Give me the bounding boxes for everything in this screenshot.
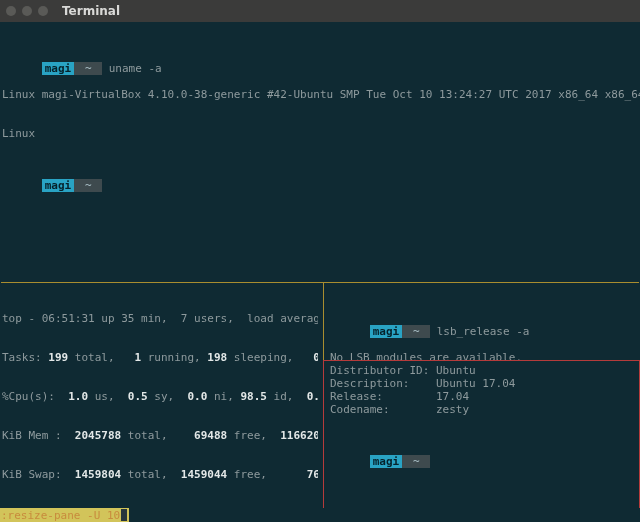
top-tasks: Tasks: 199 total, 1 running, 198 sleepin… [2, 351, 318, 364]
window-title: Terminal [62, 4, 120, 18]
tmux-command-text: :resize-pane -U 10 [1, 509, 120, 522]
terminal-area[interactable]: magi ~ uname -a Linux magi-VirtualBox 4.… [0, 22, 640, 522]
lsb-command: lsb_release -a [437, 325, 530, 338]
prompt-user-br: magi [370, 325, 403, 338]
prompt-sep-2: ~ [74, 179, 102, 192]
window-close-icon[interactable] [6, 6, 16, 16]
uname-output-1: Linux magi-VirtualBox 4.10.0-38-generic … [2, 88, 638, 101]
lsb-line: No LSB modules are available. [330, 351, 638, 364]
pane-top[interactable]: magi ~ uname -a Linux magi-VirtualBox 4.… [2, 23, 638, 281]
prompt-user-br2: magi [370, 455, 403, 468]
lsb-output: No LSB modules are available.Distributor… [330, 351, 638, 416]
pane-bottom-left[interactable]: top - 06:51:31 up 35 min, 7 users, load … [2, 286, 318, 508]
top-swap: KiB Swap: 1459804 total, 1459044 free, 7… [2, 468, 318, 481]
window-titlebar: Terminal [0, 0, 640, 22]
window-min-icon[interactable] [22, 6, 32, 16]
prompt-sep: ~ [74, 62, 102, 75]
top-mem: KiB Mem : 2045788 total, 69488 free, 116… [2, 429, 318, 442]
pane-bottom-right[interactable]: magi ~ lsb_release -a No LSB modules are… [330, 286, 638, 508]
top-cpu: %Cpu(s): 1.0 us, 0.5 sy, 0.0 ni, 98.5 id… [2, 390, 318, 403]
top-uptime: top - 06:51:31 up 35 min, 7 users, load … [2, 312, 318, 325]
prompt-user: magi [42, 62, 75, 75]
prompt-user-2: magi [42, 179, 75, 192]
lsb-line: Codename: zesty [330, 403, 638, 416]
window-max-icon[interactable] [38, 6, 48, 16]
uname-output-2: Linux [2, 127, 638, 140]
lsb-line: Release: 17.04 [330, 390, 638, 403]
tmux-command-bar[interactable]: :resize-pane -U 10 [0, 508, 640, 522]
cursor-icon [121, 509, 127, 521]
prompt-command: uname -a [109, 62, 162, 75]
lsb-line: Distributor ID: Ubuntu [330, 364, 638, 377]
lsb-line: Description: Ubuntu 17.04 [330, 377, 638, 390]
